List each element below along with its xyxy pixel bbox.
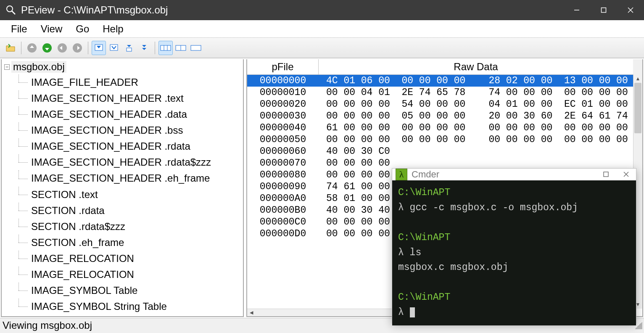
cursor-icon [410,307,415,317]
view-3-icon[interactable] [122,41,136,55]
tree-item[interactable]: IMAGE_SECTION_HEADER .eh_frame [18,170,243,186]
hex-row[interactable]: 0000006040 00 30 C0 [247,145,642,157]
hex-address: 000000C0 [247,217,319,227]
tree-item[interactable]: SECTION .rdata$zzz [18,219,243,235]
view-2-icon[interactable] [107,41,121,55]
scroll-left-icon[interactable]: ◀ [247,310,256,315]
terminal-line: C:\WinAPT [398,230,630,246]
hex-bytes: 00 00 00 00 00 00 00 00 00 00 00 00 00 0… [319,134,642,145]
column-pfile[interactable]: pFile [247,59,319,74]
maximize-button[interactable] [590,0,617,20]
cmder-lambda-icon: λ [396,169,407,180]
hex-address: 00000020 [247,99,319,110]
column-rawdata[interactable]: Raw Data [319,59,633,74]
hex-header: pFile Raw Data [247,59,642,75]
view-4-icon[interactable] [137,41,151,55]
tree-item[interactable]: IMAGE_SYMBOL Table [18,283,243,299]
tree-item[interactable]: IMAGE_SECTION_HEADER .rdata [18,138,243,154]
toolbar [0,38,644,58]
terminal-line: λ [398,305,630,320]
nav-up-icon[interactable] [25,41,39,55]
cmder-terminal[interactable]: C:\WinAPTλ gcc -c msgbox.c -o msgbox.obj… [392,180,636,325]
tree-item[interactable]: SECTION .text [18,187,243,203]
nav-forward-icon[interactable] [70,41,84,55]
cmder-title: Cmder [412,169,596,180]
app-icon [5,4,17,16]
hex-address: 00000060 [247,146,319,157]
nav-down-icon[interactable] [40,41,54,55]
hex-address: 00000050 [247,134,319,145]
toolbar-separator [88,42,88,54]
hex-address: 000000D0 [247,228,319,239]
hex-address: 000000B0 [247,205,319,216]
hex-row[interactable]: 0000007000 00 00 00 [247,157,642,169]
menu-view[interactable]: View [34,21,69,37]
scroll-up-icon[interactable]: ▲ [636,74,641,83]
terminal-line [398,215,630,230]
tree-item[interactable]: IMAGE_RELOCATION [18,251,243,267]
hex-address: 00000030 [247,111,319,122]
cmder-titlebar[interactable]: λ Cmder [392,169,636,180]
svg-rect-19 [604,172,608,177]
layout-3-icon[interactable] [189,41,203,55]
hex-address: 00000040 [247,122,319,133]
hex-row[interactable]: 0000001000 00 04 01 2E 74 65 78 74 00 00… [247,87,642,98]
view-1-icon[interactable] [92,41,106,55]
terminal-line: C:\WinAPT [398,290,630,305]
menu-go[interactable]: Go [69,21,96,37]
hex-row[interactable]: 0000005000 00 00 00 00 00 00 00 00 00 00… [247,134,642,145]
hex-bytes: 00 00 00 00 05 00 00 00 20 00 30 60 2E 6… [319,111,642,122]
cmder-close-button[interactable] [616,170,636,179]
hex-row[interactable]: 0000002000 00 00 00 54 00 00 00 04 01 00… [247,98,642,110]
close-button[interactable] [617,0,644,20]
menu-file[interactable]: File [4,21,34,37]
svg-rect-18 [191,45,201,50]
hex-address: 00000000 [247,75,319,86]
hex-address: 00000010 [247,87,319,98]
hex-row[interactable]: 0000004061 00 00 00 00 00 00 00 00 00 00… [247,122,642,134]
menubar: File View Go Help [0,20,644,38]
tree-item[interactable]: IMAGE_SECTION_HEADER .text [18,90,243,106]
hex-row[interactable]: 0000003000 00 00 00 05 00 00 00 20 00 30… [247,110,642,122]
tree-item[interactable]: IMAGE_FILE_HEADER [18,74,243,90]
svg-line-1 [12,11,15,14]
terminal-line: λ gcc -c msgbox.c -o msgbox.obj [398,201,630,216]
cmder-window[interactable]: λ Cmder C:\WinAPTλ gcc -c msgbox.c -o ms… [392,168,636,324]
menu-help[interactable]: Help [96,21,130,37]
hex-bytes: 61 00 00 00 00 00 00 00 00 00 00 00 00 0… [319,122,642,133]
svg-point-0 [7,6,13,12]
terminal-line: msgbox.c msgbox.obj [398,260,630,275]
cmder-maximize-button[interactable] [596,170,616,179]
terminal-line: λ ls [398,246,630,261]
hex-bytes: 00 00 00 00 54 00 00 00 04 01 00 00 EC 0… [319,99,642,110]
hex-bytes: 00 00 04 01 2E 74 65 78 74 00 00 00 00 0… [319,87,642,98]
scroll-thumb[interactable] [634,83,641,133]
toolbar-separator [155,42,155,54]
layout-2-icon[interactable] [174,41,188,55]
hex-address: 00000080 [247,169,319,180]
hex-address: 00000090 [247,181,319,192]
tree-root[interactable]: − msgbox.obj [2,59,243,74]
open-folder-icon[interactable] [3,41,18,55]
tree-item[interactable]: IMAGE_SECTION_HEADER .bss [18,122,243,138]
hex-row[interactable]: 000000004C 01 06 00 00 00 00 00 28 02 00… [247,75,642,87]
svg-rect-3 [602,8,606,13]
svg-rect-12 [127,48,132,51]
hex-bytes: 40 00 30 C0 [319,146,642,157]
hex-bytes: 4C 01 06 00 00 00 00 00 28 02 00 00 13 0… [319,75,642,86]
tree-item[interactable]: IMAGE_RELOCATION [18,267,243,283]
tree-collapse-icon[interactable]: − [4,64,10,70]
tree-item[interactable]: IMAGE_SYMBOL String Table [18,299,243,314]
layout-1-icon[interactable] [158,41,173,55]
tree-item[interactable]: IMAGE_SECTION_HEADER .data [18,106,243,122]
svg-rect-13 [161,45,171,50]
tree-item[interactable]: IMAGE_SECTION_HEADER .rdata$zzz [18,154,243,170]
tree-item[interactable]: SECTION .rdata [18,203,243,219]
tree-item[interactable]: SECTION .eh_frame [18,235,243,251]
tree-panel[interactable]: − msgbox.obj IMAGE_FILE_HEADERIMAGE_SECT… [1,59,244,317]
hex-bytes: 00 00 00 00 [319,158,642,169]
titlebar: PEview - C:\WinAPT\msgbox.obj [0,0,644,20]
nav-back-icon[interactable] [55,41,69,55]
minimize-button[interactable] [563,0,590,20]
svg-rect-11 [110,45,118,50]
